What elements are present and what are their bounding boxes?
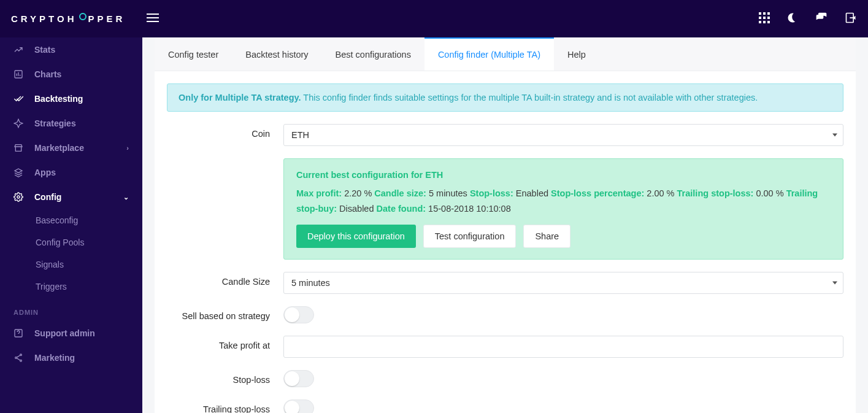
sell-strategy-toggle[interactable] — [283, 306, 314, 323]
menu-toggle-button[interactable] — [147, 14, 159, 25]
svg-point-14 — [20, 354, 22, 356]
trailing-stoploss-toggle[interactable] — [283, 399, 314, 413]
store-icon — [13, 143, 23, 153]
tab-best-configurations[interactable]: Best configurations — [322, 37, 424, 71]
best-config-box: Current best configuration for ETH Max p… — [283, 158, 843, 260]
tab-config-finder[interactable]: Config finder (Multiple TA) — [424, 37, 554, 71]
tab-config-tester[interactable]: Config tester — [155, 37, 232, 71]
sidebar: Stats Charts Backtesting Strategies Mark… — [0, 37, 142, 413]
brand-accent-o — [79, 13, 86, 20]
sidebar-item-charts[interactable]: Charts — [0, 62, 142, 87]
svg-point-12 — [17, 196, 20, 198]
svg-rect-4 — [763, 17, 766, 19]
sidebar-item-label: Apps — [34, 168, 56, 177]
tab-content: Only for Multiple TA strategy. This conf… — [155, 71, 856, 413]
sidebar-item-label: Config — [34, 192, 61, 202]
sidebar-item-label: Charts — [34, 69, 61, 79]
layers-icon — [13, 168, 23, 177]
chevron-down-icon: ⌄ — [123, 193, 129, 201]
sidebar-item-label: Backtesting — [34, 94, 83, 104]
sidebar-item-label: Stats — [34, 45, 55, 55]
sidebar-item-strategies[interactable]: Strategies — [0, 111, 142, 136]
chevron-right-icon: › — [126, 144, 129, 152]
sidebar-sub-signals[interactable]: Signals — [0, 253, 142, 276]
candle-select-wrap: 5 minutes — [283, 272, 843, 294]
chat-icon[interactable] — [815, 12, 828, 26]
topbar-actions — [759, 12, 857, 26]
row-trailing-stoploss: Trailing stop-loss — [167, 399, 843, 413]
svg-rect-1 — [763, 12, 766, 15]
tab-backtest-history[interactable]: Backtest history — [232, 37, 321, 71]
label-candle-size: Candle Size — [167, 272, 283, 287]
test-button[interactable]: Test configuration — [423, 225, 517, 248]
row-candle-size: Candle Size 5 minutes — [167, 272, 843, 294]
info-alert: Only for Multiple TA strategy. This conf… — [167, 83, 843, 112]
svg-marker-11 — [14, 119, 22, 127]
sidebar-section-admin: ADMIN — [0, 298, 142, 321]
toggle-knob — [285, 371, 299, 386]
best-config-title: Current best configuration for ETH — [296, 170, 831, 180]
topbar: CRYPTOH PPER — [0, 0, 868, 37]
svg-point-15 — [15, 357, 17, 359]
sidebar-item-config[interactable]: Config ⌄ — [0, 185, 142, 209]
best-config-params: Max profit: 2.20 % Candle size: 5 minute… — [296, 186, 831, 216]
label-coin: Coin — [167, 124, 283, 139]
help-square-icon — [13, 328, 23, 338]
sidebar-sub-baseconfig[interactable]: Baseconfig — [0, 209, 142, 231]
sidebar-item-marketplace[interactable]: Marketplace › — [0, 136, 142, 160]
coin-select[interactable]: ETH — [283, 124, 843, 146]
label-stoploss: Stop-loss — [167, 370, 283, 385]
svg-rect-5 — [767, 17, 770, 19]
row-sell-strategy: Sell based on strategy — [167, 306, 843, 323]
share-button[interactable]: Share — [523, 225, 570, 248]
row-best-config: Current best configuration for ETH Max p… — [167, 158, 843, 260]
trend-icon — [13, 45, 23, 55]
label-take-profit: Take profit at — [167, 336, 283, 350]
sidebar-item-apps[interactable]: Apps — [0, 160, 142, 185]
svg-rect-8 — [767, 21, 770, 23]
info-alert-strong: Only for Multiple TA strategy. — [179, 93, 301, 102]
brand-logo: CRYPTOH PPER — [11, 14, 125, 24]
sidebar-sub-config-pools[interactable]: Config Pools — [0, 231, 142, 253]
sidebar-item-support-admin[interactable]: Support admin — [0, 321, 142, 345]
label-sell-strategy: Sell based on strategy — [167, 306, 283, 321]
sidebar-item-stats[interactable]: Stats — [0, 37, 142, 62]
sidebar-item-label: Marketplace — [34, 143, 84, 153]
toggle-knob — [285, 401, 299, 413]
target-icon — [13, 118, 23, 128]
svg-rect-3 — [759, 17, 761, 19]
brand-text-post: PPER — [88, 14, 126, 24]
sidebar-item-label: Strategies — [34, 118, 76, 128]
row-take-profit: Take profit at — [167, 336, 843, 358]
logout-icon[interactable] — [845, 12, 857, 26]
candle-size-select[interactable]: 5 minutes — [283, 272, 843, 294]
svg-rect-7 — [763, 21, 766, 23]
sidebar-item-label: Marketing — [34, 353, 75, 363]
row-coin: Coin ETH — [167, 124, 843, 146]
gear-icon — [13, 192, 23, 202]
svg-rect-2 — [767, 12, 770, 15]
sidebar-item-backtesting[interactable]: Backtesting — [0, 87, 142, 111]
dark-mode-icon[interactable] — [787, 12, 798, 26]
chart-bar-icon — [13, 69, 23, 79]
tab-help[interactable]: Help — [554, 37, 599, 71]
share-icon — [13, 353, 23, 363]
svg-rect-6 — [759, 21, 761, 23]
apps-grid-icon[interactable] — [759, 12, 770, 26]
toggle-knob — [285, 307, 299, 322]
info-alert-text: This config finder finds suitable settin… — [301, 93, 758, 102]
label-trailing-stoploss: Trailing stop-loss — [167, 399, 283, 413]
coin-select-wrap: ETH — [283, 124, 843, 146]
row-stoploss: Stop-loss — [167, 370, 843, 387]
check-double-icon — [13, 94, 23, 104]
best-config-actions: Deploy this configuration Test configura… — [296, 225, 831, 248]
config-card: Config tester Backtest history Best conf… — [155, 37, 856, 413]
tabstrip: Config tester Backtest history Best conf… — [155, 37, 856, 71]
main-content: Config tester Backtest history Best conf… — [142, 37, 868, 413]
sidebar-item-label: Support admin — [34, 328, 95, 338]
stoploss-toggle[interactable] — [283, 370, 314, 387]
sidebar-item-marketing[interactable]: Marketing — [0, 345, 142, 370]
take-profit-input[interactable] — [283, 336, 843, 358]
sidebar-sub-triggers[interactable]: Triggers — [0, 276, 142, 298]
deploy-button[interactable]: Deploy this configuration — [296, 225, 416, 248]
